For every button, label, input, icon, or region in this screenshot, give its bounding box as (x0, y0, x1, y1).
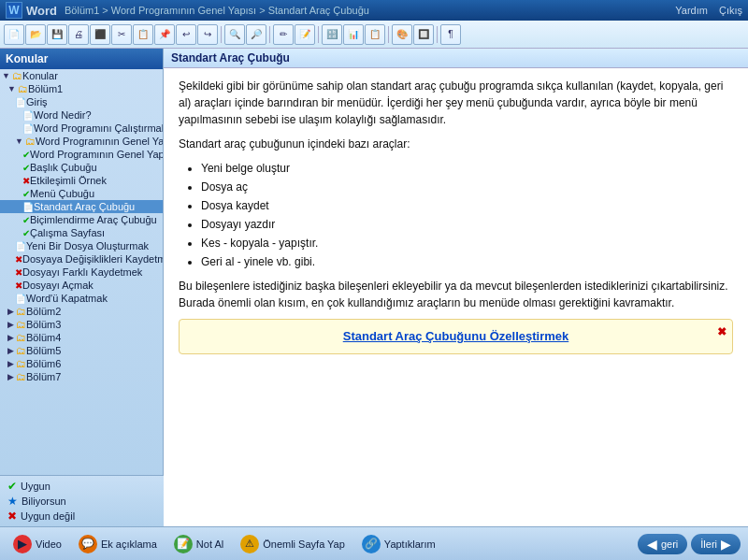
toolbar-button[interactable]: ↩ (176, 24, 196, 45)
toggle-icon[interactable]: ▼ (15, 136, 23, 146)
tree-item-label: Başlık Çubuğu (30, 162, 97, 173)
sidebar-item-bolum1[interactable]: ▼🗂 Bölüm1 (0, 82, 163, 95)
toggle-icon[interactable]: ▼ (2, 71, 10, 80)
toolbar-button[interactable]: 🔎 (246, 24, 266, 45)
sidebar-item-menu-cubugu[interactable]: ✔ Menü Çubuğu (0, 187, 163, 200)
sidebar-item-standart-arac[interactable]: 📄 Standart Araç Çubuğu (0, 200, 163, 213)
sidebar-item-calisma-sayfasi[interactable]: ✔ Çalışma Sayfası (0, 226, 163, 239)
toggle-icon[interactable]: ▶ (7, 333, 14, 342)
tree-item-label: Standart Araç Çubuğu (34, 201, 135, 212)
toolbar-button[interactable]: 🔡 (322, 24, 342, 45)
status-icon: ★ (7, 495, 18, 508)
sidebar-item-bolum5[interactable]: ▶🗂 Bölüm5 (0, 344, 163, 357)
sidebar-status-biliyorsun[interactable]: ★Biliyorsun (4, 494, 160, 509)
toolbar-button[interactable]: ✂ (111, 24, 132, 45)
tree-item-label: Bölüm3 (26, 319, 61, 330)
intro-text: Şekildeki gibi bir görünüme sahip olan s… (179, 78, 733, 128)
toolbar-button[interactable]: 📋 (365, 24, 385, 45)
sidebar-item-genel-yapi-folder[interactable]: ▼🗂 Word Programının Genel Yapısı (0, 135, 163, 148)
folder-icon: 🗂 (18, 83, 28, 94)
folder-icon: 🗂 (16, 306, 26, 317)
yaptiklarim-label: Yaptıklarım (384, 538, 436, 550)
sidebar-item-giris[interactable]: 📄 Giriş (0, 95, 163, 108)
sidebar-status-uygun[interactable]: ✔Uygun (4, 479, 160, 494)
sidebar-item-dosya-farkli[interactable]: ✖ Dosyayı Farklı Kaydetmek (0, 266, 163, 279)
sidebar-item-dosya-degistir[interactable]: ✖ Dosyaya Değişiklikleri Kaydetmek (0, 252, 163, 266)
tree-item-label: Word Programının Genel Yapısı (30, 149, 164, 160)
content-area: Standart Araç Çubuğu Şekildeki gibi bir … (164, 49, 748, 526)
tree-item-label: Menü Çubuğu (30, 188, 94, 199)
sidebar-item-dosya-kapat[interactable]: 📄 Word'ü Kapatmak (0, 292, 163, 305)
sidebar-item-dosya-ac[interactable]: ✖ Dosyayı Açmak (0, 279, 163, 292)
sidebar-item-baslik-cubugu[interactable]: ✔ Başlık Çubuğu (0, 161, 163, 174)
toolbar-button[interactable]: 📄 (4, 24, 24, 45)
sidebar-item-bolum2[interactable]: ▶🗂 Bölüm2 (0, 305, 163, 318)
toggle-icon[interactable]: ▶ (7, 346, 14, 355)
toggle-icon[interactable]: ▶ (7, 320, 14, 329)
ek-aciklama-button[interactable]: 💬 Ek açıklama (73, 532, 163, 556)
onemli-button[interactable]: ⚠ Önemli Sayfa Yap (235, 532, 351, 556)
toolbar-button[interactable]: 🎨 (392, 24, 412, 45)
content-body: Şekildeki gibi bir görünüme sahip olan s… (164, 68, 748, 371)
toolbar-separator (437, 26, 438, 43)
folder-icon: 🗂 (16, 345, 26, 356)
check-icon: ✔ (22, 228, 30, 238)
list-item: Yeni belge oluştur (201, 160, 733, 177)
toolbar-button[interactable]: 📋 (133, 24, 153, 45)
exit-link[interactable]: Çıkış (719, 5, 742, 16)
video-button[interactable]: ▶ Video (7, 532, 67, 556)
sidebar: Konular ▼🗂 Konular▼🗂 Bölüm1📄 Giriş📄 Word… (0, 49, 164, 526)
sidebar-item-bolum6[interactable]: ▶🗂 Bölüm6 (0, 357, 163, 370)
main-layout: Konular ▼🗂 Konular▼🗂 Bölüm1📄 Giriş📄 Word… (0, 49, 748, 526)
sidebar-item-yeni-dosya[interactable]: 📄 Yeni Bir Dosya Oluşturmak (0, 239, 163, 252)
app-logo: W (6, 2, 22, 19)
toolbar-button[interactable]: 🔲 (413, 24, 434, 45)
toolbar-button[interactable]: 📊 (343, 24, 364, 45)
sidebar-item-word-nedir[interactable]: 📄 Word Nedir? (0, 108, 163, 122)
tree-item-label: Dosyayı Açmak (22, 280, 94, 291)
sidebar-item-bolum3[interactable]: ▶🗂 Bölüm3 (0, 318, 163, 331)
feature-list: Yeni belge oluşturDosya açDosya kaydetDo… (201, 160, 733, 270)
toolbar-button[interactable]: 📌 (154, 24, 175, 45)
toolbar-button[interactable]: 💾 (47, 24, 67, 45)
tree-item-label: Yeni Bir Dosya Oluşturmak (26, 240, 149, 251)
toolbar-button[interactable]: ↪ (197, 24, 218, 45)
toolbar-button[interactable]: 📝 (295, 24, 315, 45)
sidebar-item-bolum7[interactable]: ▶🗂 Bölüm7 (0, 370, 163, 383)
toolbar-button[interactable]: 🔍 (224, 24, 245, 45)
toolbar-button[interactable]: 🖨 (68, 24, 89, 45)
ileri-button[interactable]: İleri ▶ (691, 534, 741, 554)
tree-item-label: Dosyayı Farklı Kaydetmek (22, 266, 142, 278)
sidebar-item-genel-yapi[interactable]: ✔ Word Programının Genel Yapısı (0, 148, 163, 161)
sidebar-item-word-calistirmak[interactable]: 📄 Word Programını Çalıştırmak (0, 122, 163, 135)
sidebar-item-bicimlendirme[interactable]: ✔ Biçimlendirme Araç Çubuğu (0, 213, 163, 226)
page-icon: 📄 (15, 241, 26, 251)
yapti-icon: 🔗 (362, 535, 381, 553)
toggle-icon[interactable]: ▼ (7, 84, 16, 93)
sidebar-item-konular[interactable]: ▼🗂 Konular (0, 69, 163, 82)
toggle-icon[interactable]: ▶ (7, 307, 14, 316)
not-al-button[interactable]: 📝 Not Al (168, 532, 229, 556)
ileri-arrow: ▶ (721, 537, 731, 552)
toolbar-button[interactable]: 📂 (25, 24, 46, 45)
sidebar-status-uygun-degil[interactable]: ✖Uygun değil (4, 509, 160, 524)
toggle-icon[interactable]: ▶ (7, 372, 14, 381)
sidebar-item-etkilesimli-ornek[interactable]: ✖ Etkileşimli Örnek (0, 174, 163, 187)
yaptiklarim-button[interactable]: 🔗 Yaptıklarım (356, 532, 441, 556)
x-icon: ✖ (15, 267, 22, 278)
geri-arrow: ◀ (647, 537, 657, 552)
toggle-icon[interactable]: ▶ (7, 359, 14, 368)
toolbar-button[interactable]: ¶ (440, 24, 461, 45)
check-icon: ✔ (22, 189, 30, 199)
note-link[interactable]: Standart Araç Çubuğunu Özelleştirmek (343, 329, 569, 343)
status-icon: ✖ (7, 510, 17, 523)
sidebar-status-items: ✔Uygun★Biliyorsun✖Uygun değil (0, 475, 164, 526)
note-close-button[interactable]: ✖ (717, 323, 726, 340)
help-link[interactable]: Yardım (675, 5, 708, 16)
tree-item-label: Bölüm4 (26, 332, 61, 343)
sidebar-item-bolum4[interactable]: ▶🗂 Bölüm4 (0, 331, 163, 344)
toolbar-button[interactable]: ✏ (273, 24, 294, 45)
toolbar-button[interactable]: ⬛ (90, 24, 110, 45)
geri-button[interactable]: ◀ geri (638, 534, 687, 554)
video-icon: ▶ (13, 535, 32, 553)
